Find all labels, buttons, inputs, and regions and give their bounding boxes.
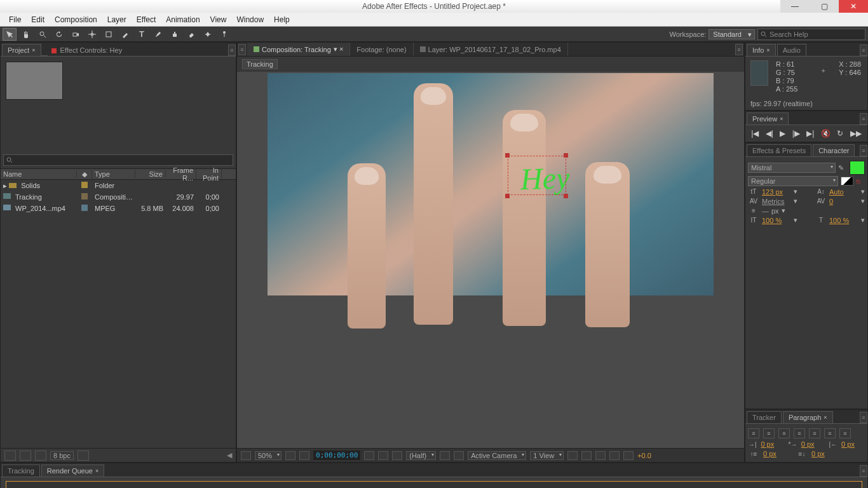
- eraser-tool-icon[interactable]: [184, 28, 198, 41]
- magnify-icon[interactable]: [241, 451, 251, 460]
- justify-last-right-button[interactable]: ≡: [824, 428, 836, 438]
- panel-menu-icon[interactable]: ≡: [735, 44, 743, 55]
- tracker-handle-icon[interactable]: [505, 194, 510, 198]
- fast-preview-icon[interactable]: [581, 451, 592, 460]
- comp-breadcrumb[interactable]: Tracking: [242, 59, 278, 69]
- view-dropdown[interactable]: 1 View: [530, 451, 564, 460]
- info-tab[interactable]: Info×: [747, 44, 776, 56]
- tracking-input[interactable]: 0: [829, 198, 858, 205]
- menu-animation[interactable]: Animation: [161, 15, 205, 24]
- audio-tab[interactable]: Audio: [777, 44, 806, 56]
- justify-last-left-button[interactable]: ≡: [794, 428, 805, 438]
- workspace-dropdown[interactable]: Standard: [709, 29, 755, 39]
- tracker-tab[interactable]: Tracker: [747, 411, 782, 423]
- mask-icon[interactable]: [299, 451, 309, 460]
- stroke-color-swatch[interactable]: [841, 177, 853, 186]
- new-folder-icon[interactable]: [20, 451, 31, 461]
- eyedropper-icon[interactable]: ✎: [838, 164, 847, 172]
- pixel-aspect-icon[interactable]: [567, 451, 578, 460]
- align-center-button[interactable]: ≡: [763, 428, 775, 438]
- composition-tab[interactable]: Composition: Tracking ▾ ×: [247, 43, 350, 56]
- ram-preview-button[interactable]: ▶▶: [850, 129, 862, 138]
- grid-icon[interactable]: [285, 451, 295, 460]
- panel-menu-icon[interactable]: ≡: [238, 44, 246, 55]
- menu-edit[interactable]: Edit: [26, 15, 50, 24]
- menu-effect[interactable]: Effect: [132, 15, 161, 24]
- timeline-tracking-tab[interactable]: Tracking: [2, 464, 40, 477]
- fill-color-swatch[interactable]: [850, 161, 865, 175]
- first-frame-button[interactable]: |◀: [751, 129, 759, 138]
- panel-menu-icon[interactable]: ≡: [860, 412, 867, 423]
- selection-tool-icon[interactable]: [3, 28, 17, 41]
- close-icon[interactable]: ×: [32, 47, 35, 53]
- exposure-value[interactable]: +0.0: [637, 452, 651, 459]
- flowchart-icon[interactable]: [609, 451, 620, 460]
- zoom-dropdown[interactable]: 50%: [255, 451, 281, 460]
- project-item-solids[interactable]: ▸ Solids Folder: [1, 180, 236, 191]
- panel-menu-icon[interactable]: ≡: [228, 44, 236, 56]
- hscale-input[interactable]: 100 %: [829, 217, 858, 224]
- render-queue-tab[interactable]: Render Queue×: [41, 464, 104, 477]
- camera-tool-icon[interactable]: [69, 28, 83, 41]
- next-frame-button[interactable]: |▶: [792, 129, 800, 138]
- label-column-icon[interactable]: ◆: [77, 170, 92, 179]
- menu-file[interactable]: File: [4, 15, 26, 24]
- window-minimize-button[interactable]: —: [780, 0, 810, 13]
- effect-controls-tab[interactable]: Effect Controls: Hey: [60, 46, 123, 56]
- hand-tool-icon[interactable]: [19, 28, 33, 41]
- interpret-footage-icon[interactable]: [4, 451, 16, 461]
- new-comp-icon[interactable]: [35, 451, 46, 461]
- kerning-input[interactable]: Metrics: [762, 198, 791, 205]
- tracker-handle-icon[interactable]: [505, 153, 510, 158]
- project-search-input[interactable]: [3, 154, 233, 166]
- channel-icon[interactable]: [378, 451, 388, 460]
- snapshot-icon[interactable]: [364, 451, 374, 460]
- panel-menu-icon[interactable]: ≡: [860, 113, 867, 125]
- prev-frame-button[interactable]: ◀|: [766, 129, 773, 138]
- menu-composition[interactable]: Composition: [50, 15, 102, 24]
- preview-tab[interactable]: Preview×: [747, 112, 789, 125]
- panel-menu-icon[interactable]: ≡: [860, 465, 867, 477]
- panel-menu-icon[interactable]: ≡: [860, 44, 867, 56]
- menu-help[interactable]: Help: [269, 15, 295, 24]
- layer-tab[interactable]: Layer: WP_20140617_17_18_02_Pro.mp4: [414, 43, 568, 56]
- shape-tool-icon[interactable]: [102, 28, 116, 41]
- menu-window[interactable]: Window: [231, 15, 269, 24]
- color-icon[interactable]: [392, 451, 402, 460]
- no-stroke-icon[interactable]: ⦸: [856, 177, 865, 186]
- anchor-tool-icon[interactable]: [85, 28, 99, 41]
- align-right-button[interactable]: ≡: [778, 428, 790, 438]
- composition-viewer[interactable]: Hey: [237, 72, 744, 448]
- font-family-dropdown[interactable]: Mistral: [748, 163, 836, 173]
- brush-tool-icon[interactable]: [151, 28, 165, 41]
- window-close-button[interactable]: ✕: [839, 0, 868, 13]
- align-left-button[interactable]: ≡: [748, 428, 759, 438]
- text-tool-icon[interactable]: T: [135, 28, 149, 41]
- clone-tool-icon[interactable]: [168, 28, 182, 41]
- tracker-handle-icon[interactable]: [564, 153, 568, 158]
- menu-view[interactable]: View: [205, 15, 232, 24]
- vscale-input[interactable]: 100 %: [762, 217, 791, 224]
- character-tab[interactable]: Character: [813, 144, 855, 156]
- zoom-tool-icon[interactable]: [36, 28, 50, 41]
- rotate-tool-icon[interactable]: [52, 28, 66, 41]
- timecode-display[interactable]: 0;00;00;00: [313, 451, 360, 460]
- camera-dropdown[interactable]: Active Camera: [468, 451, 526, 460]
- project-item-wp2014[interactable]: WP_2014...mp4 MPEG 5.8 MB 24.008 0;00: [1, 203, 236, 214]
- resolution-dropdown[interactable]: (Half): [406, 451, 436, 460]
- justify-all-button[interactable]: ≡: [839, 428, 851, 438]
- justify-last-center-button[interactable]: ≡: [809, 428, 820, 438]
- help-search-input[interactable]: Search Help: [757, 29, 865, 40]
- menu-layer[interactable]: Layer: [102, 15, 132, 24]
- delete-icon[interactable]: [78, 451, 89, 461]
- window-maximize-button[interactable]: ▢: [810, 0, 839, 13]
- leading-input[interactable]: Auto: [829, 188, 858, 196]
- roto-tool-icon[interactable]: [201, 28, 215, 41]
- footage-tab[interactable]: Footage: (none): [350, 43, 413, 56]
- play-button[interactable]: ▶: [780, 129, 785, 138]
- roi-icon[interactable]: [440, 451, 450, 460]
- pen-tool-icon[interactable]: [118, 28, 132, 41]
- project-item-tracking[interactable]: Tracking Composition 29.97 0;00: [1, 191, 236, 203]
- reset-exposure-icon[interactable]: [623, 451, 634, 460]
- project-tab[interactable]: Project×: [2, 44, 41, 56]
